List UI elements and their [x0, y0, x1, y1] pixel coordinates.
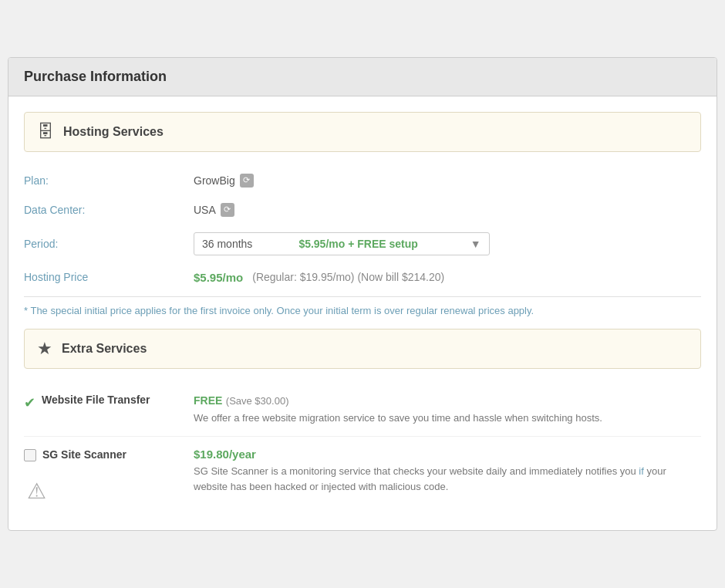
datacenter-label: Data Center: [24, 204, 194, 216]
hosting-regular-price: (Regular: $19.95/mo) (Now bill $214.20) [252, 271, 444, 283]
hosting-price-value: $5.95/mo (Regular: $19.95/mo) (Now bill … [194, 271, 444, 284]
datacenter-refresh-icon[interactable]: ⟳ [221, 203, 234, 217]
period-price: $5.95/mo + FREE setup [298, 238, 417, 250]
sg-scanner-row: SG Site Scanner ⚠ $19.80/year SG Site Sc… [24, 437, 701, 515]
pricing-notice: * The special initial price applies for … [24, 296, 701, 329]
website-transfer-price: FREE [194, 394, 222, 407]
extra-section-box: ★ Extra Services [24, 329, 701, 369]
extra-section-title: Extra Services [62, 342, 147, 356]
hosting-price-row: Hosting Price $5.95/mo (Regular: $19.95/… [24, 263, 701, 292]
period-chevron-icon: ▼ [470, 238, 481, 250]
plan-refresh-icon[interactable]: ⟳ [240, 174, 254, 188]
website-transfer-desc: We offer a free website migration servic… [194, 411, 701, 426]
hosting-price-label: Hosting Price [24, 271, 194, 283]
sg-scanner-name: SG Site Scanner [42, 448, 126, 461]
star-icon: ★ [37, 339, 52, 359]
scanner-if-link[interactable]: if [639, 465, 644, 477]
plan-label: Plan: [24, 174, 194, 187]
period-select[interactable]: 36 months $5.95/mo + FREE setup ▼ [194, 232, 490, 255]
sg-scanner-price: $19.80/year [194, 448, 701, 461]
website-transfer-right: FREE (Save $30.00) We offer a free websi… [194, 394, 701, 426]
sg-scanner-desc: SG Site Scanner is a monitoring service … [194, 464, 701, 494]
datacenter-row: Data Center: USA ⟳ [24, 195, 701, 225]
scanner-checkbox[interactable] [24, 449, 36, 461]
purchase-card: Purchase Information 🗄 Hosting Services … [8, 57, 717, 532]
website-transfer-name: Website File Transfer [42, 394, 150, 406]
period-row: Period: 36 months $5.95/mo + FREE setup … [24, 225, 701, 263]
plan-value: GrowBig ⟳ [194, 174, 254, 188]
page-title: Purchase Information [24, 69, 701, 85]
warning-triangle-icon: ⚠ [27, 478, 46, 504]
hosting-section-title: Hosting Services [63, 125, 164, 139]
card-header: Purchase Information [8, 58, 717, 96]
hosting-icon: 🗄 [37, 122, 54, 142]
website-transfer-row: ✔ Website File Transfer FREE (Save $30.0… [24, 383, 701, 438]
period-months: 36 months [202, 238, 252, 250]
datacenter-value: USA ⟳ [194, 203, 234, 217]
sg-scanner-left: SG Site Scanner ⚠ [24, 448, 194, 504]
hosting-main-price: $5.95/mo [194, 271, 243, 284]
plan-row: Plan: GrowBig ⟳ [24, 166, 701, 195]
website-transfer-save: (Save $30.00) [226, 395, 289, 407]
hosting-section-box: 🗄 Hosting Services [24, 112, 701, 152]
card-body: 🗄 Hosting Services Plan: GrowBig ⟳ Data … [8, 96, 717, 531]
datacenter-name: USA [194, 204, 216, 216]
checkmark-icon: ✔ [24, 394, 35, 411]
website-transfer-left: ✔ Website File Transfer [24, 394, 194, 426]
plan-name: GrowBig [194, 174, 235, 187]
sg-scanner-right: $19.80/year SG Site Scanner is a monitor… [194, 448, 701, 504]
period-label: Period: [24, 238, 194, 250]
